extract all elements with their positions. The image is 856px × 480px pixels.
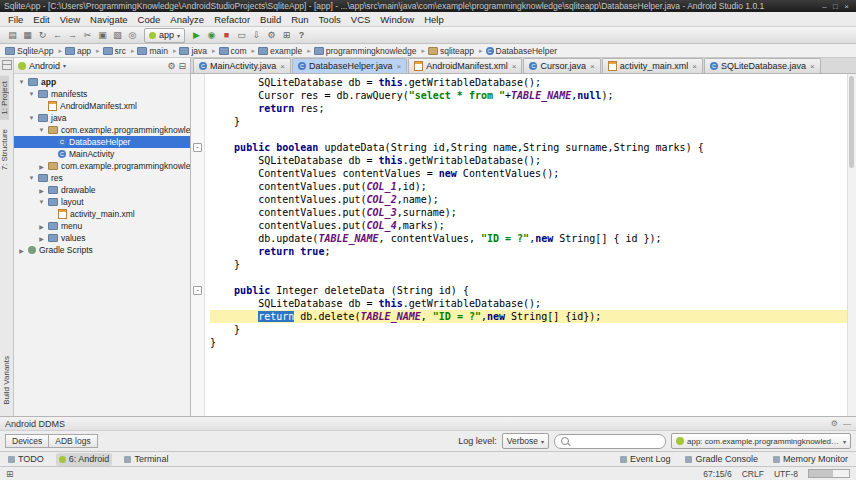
tree-item-mainactivity[interactable]: MainActivity [14, 148, 190, 160]
tool-strip-button-build-variants[interactable]: Build Variants [2, 351, 11, 410]
menu-item-run[interactable]: Run [286, 14, 313, 25]
tree-item-com-example-programmingknowledge-sqliteapp[interactable]: ▼com.example.programmingknowledge.sqlite… [14, 124, 190, 136]
tree-item-androidmanifest-xml[interactable]: AndroidManifest.xml [14, 100, 190, 112]
ddms-tab-devices[interactable]: Devices [5, 434, 49, 448]
editor-tab-activity-main-xml[interactable]: activity_main.xml [602, 58, 703, 73]
run-icon[interactable] [190, 29, 203, 41]
minimize-button[interactable] [819, 1, 830, 12]
ddms-tab-adb-logs[interactable]: ADB logs [49, 434, 97, 448]
close-tab-icon[interactable] [810, 62, 815, 71]
menu-item-help[interactable]: Help [419, 14, 449, 25]
editor-tab-mainactivity-java[interactable]: MainActivity.java [193, 58, 291, 73]
editor-tab-sqlitedatabase-java[interactable]: SQLiteDatabase.java [704, 58, 821, 73]
encoding-indicator[interactable]: UTF-8 [774, 469, 798, 479]
breadcrumb-item-sqliteapp[interactable]: sqliteapp [428, 46, 486, 56]
fold-marker-icon[interactable]: - [193, 143, 202, 152]
collapsed-arrow-icon[interactable]: ▶ [18, 247, 25, 254]
editor-tab-androidmanifest-xml[interactable]: AndroidManifest.xml [408, 58, 522, 73]
menu-item-build[interactable]: Build [255, 14, 286, 25]
tree-item-manifests[interactable]: ▼manifests [14, 88, 190, 100]
project-view-selector[interactable]: Android [29, 61, 60, 71]
sync-icon[interactable] [36, 29, 49, 41]
menu-item-window[interactable]: Window [375, 14, 419, 25]
caret-position[interactable]: 67:15/6 [703, 469, 731, 479]
process-filter-dropdown[interactable]: app: com.example.programmingknowledge.sq… [671, 433, 851, 449]
menu-item-code[interactable]: Code [133, 14, 166, 25]
tree-item-gradle-scripts[interactable]: ▶Gradle Scripts [14, 244, 190, 256]
breadcrumb-item-sqliteapp[interactable]: SqliteApp [5, 46, 65, 56]
editor-tab-databasehelper-java[interactable]: DatabaseHelper.java [292, 58, 407, 73]
settings-icon[interactable] [265, 29, 278, 41]
tree-item-app[interactable]: ▼app [14, 76, 190, 88]
cut-icon[interactable] [81, 29, 94, 41]
gear-icon[interactable]: ⚙ [831, 419, 838, 428]
expanded-arrow-icon[interactable]: ▼ [28, 91, 35, 97]
collapsed-arrow-icon[interactable]: ▶ [38, 223, 45, 230]
maximize-button[interactable] [830, 1, 841, 12]
open-icon[interactable] [6, 29, 19, 41]
logcat-search-input[interactable] [572, 436, 659, 447]
toolwindow-button-terminal[interactable]: Terminal [121, 453, 171, 466]
find-icon[interactable] [126, 29, 139, 41]
menu-item-edit[interactable]: Edit [28, 14, 54, 25]
line-ending-indicator[interactable]: CRLF [742, 469, 764, 479]
menu-item-vcs[interactable]: VCS [346, 14, 376, 25]
toolwindow-grid-icon[interactable] [2, 60, 12, 70]
back-icon[interactable] [51, 29, 64, 41]
help-icon[interactable] [295, 29, 308, 41]
collapse-all-icon[interactable]: ⊟ [178, 61, 186, 71]
paste-icon[interactable] [111, 29, 124, 41]
collapsed-arrow-icon[interactable]: ▶ [38, 187, 45, 194]
tree-item-databasehelper[interactable]: DatabaseHelper [14, 136, 190, 148]
stop-icon[interactable] [220, 29, 233, 41]
code-editor[interactable]: SQLiteDatabase db = this.getWritableData… [205, 74, 847, 416]
menu-item-refactor[interactable]: Refactor [209, 14, 255, 25]
expanded-arrow-icon[interactable]: ▼ [28, 115, 35, 121]
tool-strip-button-7-structure[interactable]: 7: Structure [0, 124, 9, 175]
tree-item-values[interactable]: ▶values [14, 232, 190, 244]
tree-item-res[interactable]: ▼res [14, 172, 190, 184]
close-tab-icon[interactable] [590, 62, 595, 71]
menu-item-navigate[interactable]: Navigate [85, 14, 133, 25]
expanded-arrow-icon[interactable]: ▼ [28, 175, 35, 181]
close-tab-icon[interactable] [692, 62, 697, 71]
toolwindow-button-todo[interactable]: TODO [5, 453, 47, 466]
toolwindow-button-6-android[interactable]: 6: Android [56, 453, 113, 466]
breadcrumb-item-example[interactable]: example [258, 46, 314, 56]
breadcrumb-item-databasehelper[interactable]: DatabaseHelper [486, 46, 557, 56]
menu-item-view[interactable]: View [55, 14, 85, 25]
toolwindow-button-event-log[interactable]: Event Log [617, 453, 674, 466]
breadcrumb-item-java[interactable]: java [179, 46, 218, 56]
tree-item-layout[interactable]: ▼layout [14, 196, 190, 208]
breadcrumb-item-main[interactable]: main [137, 46, 179, 56]
tree-item-activity-main-xml[interactable]: activity_main.xml [14, 208, 190, 220]
toolwindow-button-memory-monitor[interactable]: Memory Monitor [770, 453, 851, 466]
sdk-manager-icon[interactable] [250, 29, 263, 41]
expanded-arrow-icon[interactable]: ▼ [18, 79, 25, 85]
expanded-arrow-icon[interactable]: ▼ [38, 199, 45, 205]
forward-icon[interactable] [66, 29, 79, 41]
project-structure-icon[interactable] [280, 29, 293, 41]
hide-panel-icon[interactable]: — [843, 419, 851, 428]
log-level-dropdown[interactable]: Verbose [502, 433, 549, 449]
avd-manager-icon[interactable] [235, 29, 248, 41]
scrollbar-thumb[interactable] [849, 76, 854, 168]
collapsed-arrow-icon[interactable]: ▶ [38, 235, 45, 242]
tree-item-drawable[interactable]: ▶drawable [14, 184, 190, 196]
save-icon[interactable] [21, 29, 34, 41]
menu-item-file[interactable]: File [3, 14, 28, 25]
menu-item-analyze[interactable]: Analyze [165, 14, 209, 25]
menu-item-tools[interactable]: Tools [314, 14, 346, 25]
close-tab-icon[interactable] [280, 62, 285, 71]
gear-icon[interactable]: ⚙ [167, 61, 175, 71]
tree-item-com-example-programmingknowledge-sqliteapp[interactable]: ▶com.example.programmingknowledge.sqlite… [14, 160, 190, 172]
close-tab-icon[interactable] [397, 62, 402, 71]
run-config-selector[interactable]: app [144, 28, 185, 43]
close-button[interactable] [841, 1, 852, 12]
editor-tab-cursor-java[interactable]: Cursor.java [523, 58, 600, 73]
tree-item-menu[interactable]: ▶menu [14, 220, 190, 232]
breadcrumb-item-app[interactable]: app [65, 46, 103, 56]
breadcrumb-item-programmingknowledge[interactable]: programmingknowledge [314, 46, 428, 56]
toolwindow-button-gradle-console[interactable]: Gradle Console [682, 453, 761, 466]
fold-marker-icon[interactable]: - [193, 286, 202, 295]
